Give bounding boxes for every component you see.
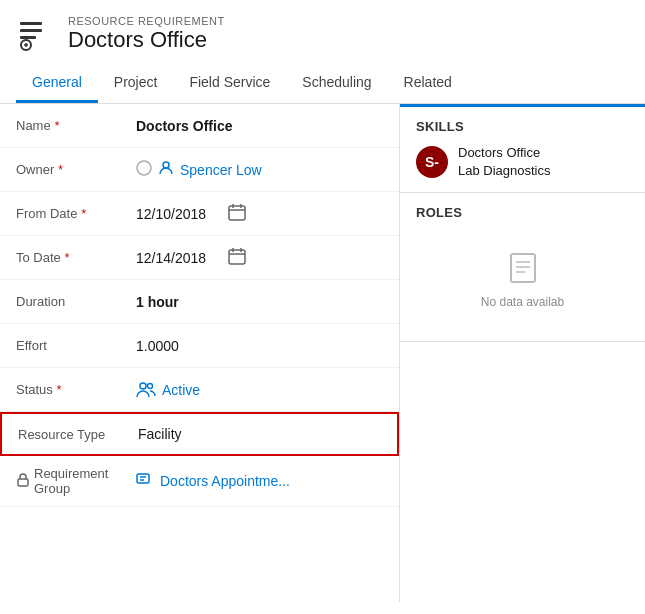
field-owner-row: Owner * Spencer Low bbox=[0, 148, 399, 192]
to-date-text[interactable]: 12/14/2018 bbox=[136, 250, 206, 266]
field-to-date-value: 12/14/2018 bbox=[136, 247, 383, 268]
field-status-value: Active bbox=[136, 380, 383, 400]
svg-rect-1 bbox=[20, 29, 42, 32]
field-duration-row: Duration 1 hour bbox=[0, 280, 399, 324]
required-star: * bbox=[55, 119, 60, 133]
svg-point-7 bbox=[163, 162, 169, 168]
field-to-date-row: To Date * 12/14/2018 bbox=[0, 236, 399, 280]
required-star-to: * bbox=[65, 251, 70, 265]
lock-icon bbox=[16, 473, 30, 490]
right-panel: Skills S- Doctors OfficeLab Diagnostics … bbox=[400, 104, 645, 602]
svg-rect-8 bbox=[229, 206, 245, 220]
status-value[interactable]: Active bbox=[162, 382, 200, 398]
tab-related[interactable]: Related bbox=[388, 64, 468, 103]
svg-point-17 bbox=[148, 383, 153, 388]
required-star-owner: * bbox=[58, 163, 63, 177]
resource-requirement-icon bbox=[16, 14, 56, 54]
tab-field-service[interactable]: Field Service bbox=[173, 64, 286, 103]
field-requirement-group-label: Requirement Group bbox=[16, 466, 136, 496]
page-header: RESOURCE REQUIREMENT Doctors Office bbox=[0, 0, 645, 64]
roles-section: Roles No data availab bbox=[400, 193, 645, 342]
group-link-icon bbox=[136, 471, 154, 492]
header-title: Doctors Office bbox=[68, 27, 225, 53]
tab-general[interactable]: General bbox=[16, 64, 98, 103]
no-data-text: No data availab bbox=[481, 295, 564, 309]
field-name-row: Name * Doctors Office bbox=[0, 104, 399, 148]
field-resource-type-label: Resource Type bbox=[18, 427, 138, 442]
field-duration-value[interactable]: 1 hour bbox=[136, 294, 383, 310]
field-effort-row: Effort 1.0000 bbox=[0, 324, 399, 368]
field-to-date-label: To Date * bbox=[16, 250, 136, 265]
field-owner-label: Owner * bbox=[16, 162, 136, 177]
nav-tabs: General Project Field Service Scheduling… bbox=[0, 64, 645, 104]
field-from-date-label: From Date * bbox=[16, 206, 136, 221]
field-requirement-group-row: Requirement Group Doctors Appointme... bbox=[0, 456, 399, 507]
field-effort-value[interactable]: 1.0000 bbox=[136, 338, 383, 354]
field-resource-type-value[interactable]: Facility bbox=[138, 426, 381, 442]
field-resource-type-row: Resource Type Facility bbox=[0, 412, 399, 456]
header-text: RESOURCE REQUIREMENT Doctors Office bbox=[68, 15, 225, 53]
svg-rect-2 bbox=[20, 36, 36, 39]
skills-title: Skills bbox=[416, 119, 629, 134]
field-from-date-value: 12/10/2018 bbox=[136, 203, 383, 224]
from-date-calendar-icon[interactable] bbox=[228, 203, 246, 224]
to-date-calendar-icon[interactable] bbox=[228, 247, 246, 268]
roles-title: Roles bbox=[416, 205, 629, 220]
svg-point-6 bbox=[137, 161, 151, 175]
main-content: Name * Doctors Office Owner * bbox=[0, 104, 645, 602]
svg-point-16 bbox=[140, 383, 146, 389]
svg-rect-12 bbox=[229, 250, 245, 264]
requirement-group-link-text[interactable]: Doctors Appointme... bbox=[160, 473, 290, 489]
required-star-from: * bbox=[81, 207, 86, 221]
field-duration-label: Duration bbox=[16, 294, 136, 309]
no-data-icon bbox=[505, 250, 541, 289]
no-data-roles: No data availab bbox=[416, 230, 629, 329]
field-status-label: Status * bbox=[16, 382, 136, 397]
field-name-value[interactable]: Doctors Office bbox=[136, 118, 383, 134]
required-star-status: * bbox=[57, 383, 62, 397]
svg-rect-18 bbox=[18, 479, 28, 486]
owner-name[interactable]: Spencer Low bbox=[180, 162, 383, 178]
skill-avatar: S- bbox=[416, 146, 448, 178]
field-from-date-row: From Date * 12/10/2018 bbox=[0, 192, 399, 236]
status-people-icon bbox=[136, 380, 156, 400]
svg-rect-19 bbox=[137, 474, 149, 483]
requirement-group-value[interactable]: Doctors Appointme... bbox=[136, 471, 383, 492]
header-subtitle: RESOURCE REQUIREMENT bbox=[68, 15, 225, 27]
skills-section: Skills S- Doctors OfficeLab Diagnostics bbox=[400, 107, 645, 193]
from-date-text[interactable]: 12/10/2018 bbox=[136, 206, 206, 222]
left-panel: Name * Doctors Office Owner * bbox=[0, 104, 400, 602]
tab-scheduling[interactable]: Scheduling bbox=[286, 64, 387, 103]
field-owner-value: Spencer Low bbox=[136, 160, 383, 179]
field-name-label: Name * bbox=[16, 118, 136, 133]
field-status-row: Status * Active bbox=[0, 368, 399, 412]
tab-project[interactable]: Project bbox=[98, 64, 174, 103]
field-effort-label: Effort bbox=[16, 338, 136, 353]
svg-rect-0 bbox=[20, 22, 42, 25]
skill-name: Doctors OfficeLab Diagnostics bbox=[458, 144, 551, 180]
owner-circle-icon bbox=[136, 160, 152, 179]
person-icon bbox=[158, 160, 174, 179]
skill-item: S- Doctors OfficeLab Diagnostics bbox=[416, 144, 629, 180]
svg-rect-22 bbox=[511, 254, 535, 282]
